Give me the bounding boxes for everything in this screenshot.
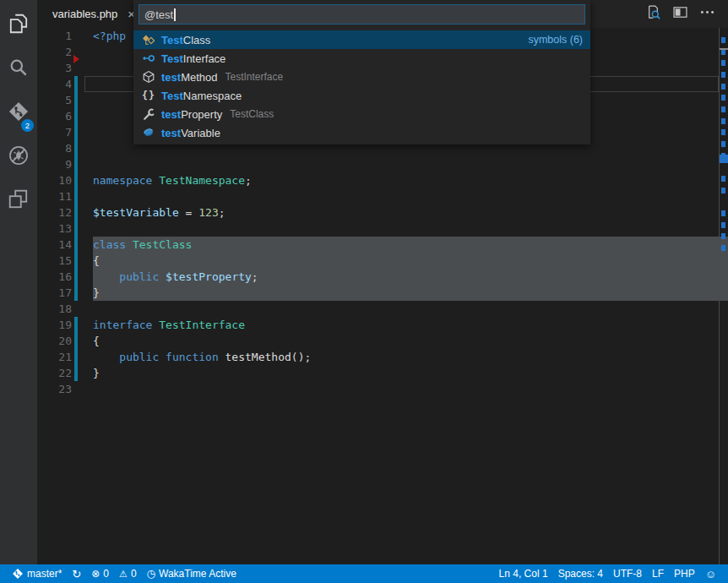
line-number: 15 (37, 253, 72, 269)
code-text: { (93, 253, 100, 269)
tab-variables-php[interactable]: variables.php × (37, 0, 133, 28)
git-gutter (74, 28, 78, 44)
activity-bar-item-extensions[interactable] (0, 179, 37, 223)
status-warnings-label: 0 (131, 568, 137, 580)
scrollbar[interactable] (719, 28, 728, 564)
status-errors[interactable]: ⊗0 (86, 564, 114, 583)
overview-changed-mark (721, 60, 725, 66)
tab-label: variables.php (52, 8, 117, 20)
overview-changed-mark (721, 37, 725, 43)
git-branch-icon (12, 568, 24, 580)
overview-cursor-mark (720, 48, 728, 50)
overview-changed-mark (721, 84, 725, 90)
git-gutter (74, 381, 78, 397)
quick-open-widget: @test TestClasssymbols (6)TestInterfacet… (133, 0, 590, 144)
status-language-mode[interactable]: PHP (669, 564, 700, 583)
file-magnifier-icon (644, 3, 662, 25)
line-number: 18 (37, 301, 72, 317)
smiley-icon: ☺ (705, 569, 716, 580)
activity-bar-item-explorer[interactable] (0, 3, 37, 47)
symbol-result-testMethod[interactable]: testMethodTestInterface (133, 68, 590, 86)
split-editor-button[interactable] (671, 5, 689, 24)
git-gutter (74, 269, 78, 285)
code-line[interactable]: 23 (37, 381, 719, 397)
code-line[interactable]: 19interface TestInterface (37, 317, 719, 333)
class-symbol-icon (142, 33, 155, 46)
symbol-group-label: symbols (6) (528, 34, 583, 46)
code-line[interactable]: 14class TestClass (37, 237, 719, 253)
activity-bar-item-search[interactable] (0, 47, 37, 91)
code-line[interactable]: 16 public $testProperty; (37, 269, 719, 285)
code-line[interactable]: 9 (37, 156, 719, 172)
quick-open-input[interactable]: @test (139, 4, 585, 25)
line-number: 19 (37, 317, 72, 333)
status-encoding[interactable]: UTF-8 (608, 564, 647, 583)
activity-bar-item-source-control[interactable]: 2 (0, 91, 37, 135)
more-actions-button[interactable] (698, 5, 716, 24)
git-gutter (74, 237, 78, 253)
error-icon: ⊗ (91, 569, 100, 580)
ellipsis-icon (698, 3, 716, 25)
status-bar: master*↻⊗0⚠0◷WakaTime Active Ln 4, Col 1… (0, 564, 728, 583)
line-number: 7 (37, 124, 72, 140)
code-text: { (93, 333, 100, 349)
code-line[interactable]: 20{ (37, 333, 719, 349)
status-warnings[interactable]: ⚠0 (114, 564, 142, 583)
sync-icon: ↻ (72, 569, 81, 580)
symbol-label: TestNamespace (161, 90, 242, 102)
symbol-label: TestClass (161, 34, 210, 46)
line-number: 17 (37, 285, 72, 301)
status-cursor-position[interactable]: Ln 4, Col 1 (494, 564, 553, 583)
symbol-label: testMethod (161, 71, 218, 84)
symbol-result-testVariable[interactable]: testVariable (133, 123, 590, 142)
overview-changed-mark (721, 176, 725, 182)
line-number: 10 (37, 172, 72, 188)
status-branch[interactable]: master* (7, 564, 67, 583)
code-line[interactable]: 12$testVariable = 123; (37, 204, 719, 221)
namespace-symbol-icon: {} (142, 89, 155, 102)
status-indentation-label: Spaces: 4 (558, 568, 603, 580)
overview-changed-mark (721, 188, 725, 193)
git-gutter (74, 156, 78, 172)
code-line[interactable]: 10namespace TestNamespace; (37, 172, 719, 188)
symbol-result-TestInterface[interactable]: TestInterface (133, 49, 590, 68)
git-gutter (74, 365, 78, 381)
git-gutter (74, 108, 78, 124)
overview-changed-mark (721, 95, 725, 101)
scm-changes-badge: 2 (21, 119, 34, 132)
line-number: 23 (37, 381, 72, 397)
git-gutter (74, 253, 78, 269)
symbol-result-testProperty[interactable]: testPropertyTestClass (133, 105, 590, 123)
symbol-label: TestInterface (161, 52, 225, 65)
property-symbol-icon (142, 107, 155, 121)
code-line[interactable]: 21 public function testMethod(); (37, 349, 719, 365)
code-line[interactable]: 18 (37, 301, 719, 317)
symbol-result-TestClass[interactable]: TestClasssymbols (6) (133, 30, 590, 49)
status-sync[interactable]: ↻ (67, 564, 86, 583)
code-line[interactable]: 15{ (37, 253, 719, 269)
code-line[interactable]: 22} (37, 365, 719, 381)
overview-changed-mark (721, 72, 725, 78)
git-gutter (74, 124, 78, 140)
status-feedback[interactable]: ☺ (700, 564, 721, 583)
overview-changed-mark (721, 222, 725, 228)
status-wakatime[interactable]: ◷WakaTime Active (142, 564, 242, 583)
code-line[interactable]: 11 (37, 188, 719, 204)
status-wakatime-label: WakaTime Active (159, 568, 236, 580)
git-gutter (74, 317, 78, 333)
symbol-description: TestClass (230, 108, 274, 120)
line-number: 5 (37, 92, 72, 108)
status-eol[interactable]: LF (647, 564, 669, 583)
code-line[interactable]: 13 (37, 221, 719, 237)
open-changes-button[interactable] (644, 5, 662, 24)
status-encoding-label: UTF-8 (613, 568, 642, 580)
symbol-result-TestNamespace[interactable]: {}TestNamespace (133, 86, 590, 105)
code-line[interactable]: 17} (37, 285, 719, 301)
status-indentation[interactable]: Spaces: 4 (553, 564, 608, 583)
activity-bar-item-debug[interactable] (0, 135, 37, 179)
git-gutter (74, 172, 78, 188)
line-number: 8 (37, 140, 72, 156)
activity-bar: 2 (0, 0, 37, 564)
status-branch-label: master* (27, 568, 62, 580)
overview-changed-mark (721, 245, 725, 251)
